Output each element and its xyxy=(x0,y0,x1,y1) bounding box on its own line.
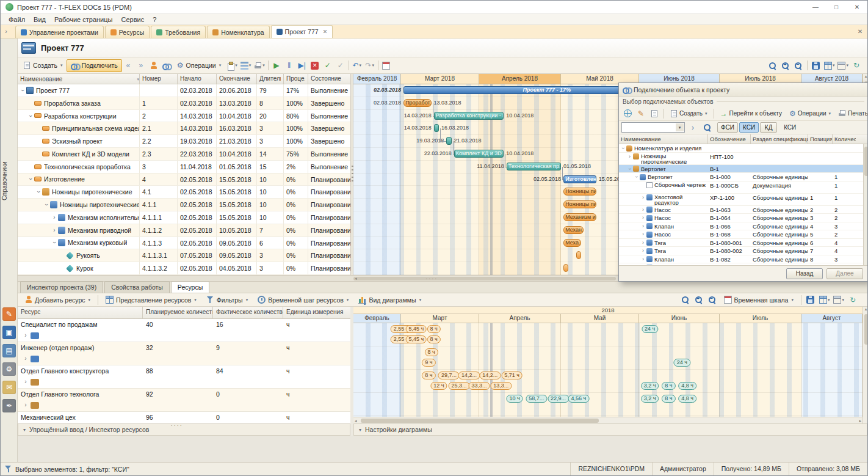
dialog-create-button[interactable]: Создать▾ xyxy=(667,108,711,119)
task-row[interactable]: ›Механизм исполнительный4.1.1.102.05.201… xyxy=(18,211,350,224)
calendar-icon[interactable] xyxy=(380,59,392,71)
edit-object-button[interactable]: ✎ xyxy=(635,108,647,120)
operations-button[interactable]: ⚙ Операции ▾ xyxy=(173,59,225,72)
workspace-tab-0[interactable]: Управление проектами xyxy=(15,26,104,38)
res-column-rplan[interactable]: Планируемое количество xyxy=(143,307,213,318)
gantt-bar[interactable]: Проработ... xyxy=(403,99,431,107)
column-header-pct[interactable]: Проце... xyxy=(284,74,308,84)
bottom-tab-2[interactable]: Ресурсы xyxy=(171,281,209,293)
task-row[interactable]: ›Ножницы пиротехнические4.1.102.05.20181… xyxy=(18,199,350,211)
scroll-left-icon[interactable]: ◂ xyxy=(355,276,357,281)
dialog-print-button[interactable]: Печать▾ xyxy=(835,108,868,119)
column-header-name[interactable]: Наименование▾ xyxy=(18,74,140,84)
close-button[interactable]: ✕ xyxy=(847,1,867,13)
stop-project-icon[interactable] xyxy=(309,59,321,71)
settings-icon[interactable]: ⚙ xyxy=(2,362,16,376)
column-header-d1[interactable]: Начало xyxy=(178,74,217,84)
expander-icon[interactable]: › xyxy=(640,214,646,222)
copy-structure-icon[interactable]: ▾ xyxy=(225,59,239,71)
res-month[interactable]: Апрель xyxy=(479,314,561,323)
load-badge[interactable]: 12 ч xyxy=(430,382,447,390)
expander-icon[interactable]: › xyxy=(23,376,29,388)
connect-button[interactable]: Подключить xyxy=(67,59,121,72)
vscroll-thumb[interactable] xyxy=(864,147,868,176)
load-badge[interactable]: 4,8 ч xyxy=(678,382,696,390)
load-badge[interactable]: 10 ч xyxy=(506,395,523,403)
menu-item-0[interactable]: Файл xyxy=(4,16,29,23)
load-badge[interactable]: 33,3... xyxy=(468,382,490,390)
dialog-vscrollbar[interactable] xyxy=(863,144,868,265)
resource-row[interactable]: Механический цех960ч› xyxy=(18,412,350,423)
dialog-row[interactable]: ›ВертолетВ-1-000Сборочные единицы1 xyxy=(619,173,868,181)
task-row[interactable]: ›Механизм курковый4.1.1.302.05.201809.05… xyxy=(18,237,350,250)
expander-icon[interactable]: › xyxy=(632,174,640,180)
gantt-bar[interactable]: Разработка конструкции - 80% xyxy=(434,112,504,120)
expander-icon[interactable]: › xyxy=(640,247,646,255)
resource-row[interactable]: Отдел Главного технолога920ч› xyxy=(18,389,350,412)
res-month[interactable]: Февраль xyxy=(353,314,401,323)
load-badge[interactable]: 8 ч xyxy=(424,348,438,356)
zoom-in-icon[interactable]: + xyxy=(779,59,792,71)
gantt-bar[interactable]: Технологическая пр... xyxy=(507,163,561,170)
task-row[interactable]: ›Проект 77702.03.201820.06.20187917%Выпо… xyxy=(18,84,350,97)
menu-item-3[interactable]: Сервис xyxy=(117,16,148,23)
dialog-row[interactable]: ›НасосВ-1-068Сборочные единицы52 xyxy=(619,230,868,239)
expander-icon[interactable]: › xyxy=(627,153,632,161)
expander-icon[interactable]: › xyxy=(640,239,646,247)
apply-search-button[interactable]: › xyxy=(687,122,699,134)
create-button[interactable]: Создать ▾ xyxy=(19,59,67,72)
sign-icon[interactable]: ✒ xyxy=(2,399,16,412)
simplified-input-panel[interactable]: ▾ Упрощённый ввод / Инспектор ресурсов ·… xyxy=(18,423,350,436)
pause-project-icon[interactable]: ‖ xyxy=(283,59,295,71)
res-month[interactable]: Май xyxy=(561,314,639,323)
task-row[interactable]: Комплект КД и 3D модели2.322.03.201810.0… xyxy=(18,148,350,161)
sidebar-title[interactable]: Справочники xyxy=(1,141,18,221)
dialog-row[interactable]: ›ВертолетВ-1 xyxy=(619,165,868,174)
expander-icon[interactable]: › xyxy=(23,353,29,365)
res-refresh-icon[interactable]: ↻ xyxy=(847,294,859,306)
task-row[interactable]: Рукоять4.1.1.3.107.05.201809.05.201830%П… xyxy=(18,249,350,262)
task-row[interactable]: Технологическая проработка311.04.201801.… xyxy=(18,161,350,174)
reports-icon[interactable]: ▾ xyxy=(239,59,253,71)
view-object-button[interactable] xyxy=(621,108,634,120)
resource-row[interactable]: Инженер (отдел продаж)329ч› xyxy=(18,342,350,365)
task-row[interactable]: ›Разработка конструкции214.03.201810.04.… xyxy=(18,110,350,123)
workspace-tab-3[interactable]: Номенклатура xyxy=(207,26,269,38)
dialog-row[interactable]: ›ТягаВ-1-080-001Сборочные единицы64 xyxy=(619,239,868,247)
task-row[interactable]: ›Ножницы пиротехнические4.102.05.201815.… xyxy=(18,186,350,199)
collapse-all-icon[interactable]: « xyxy=(122,59,134,71)
gantt-bar[interactable]: Механ... xyxy=(563,226,584,234)
scroll-right-icon[interactable]: ▸ xyxy=(859,419,861,423)
load-badge[interactable]: 58,7... xyxy=(526,395,547,403)
undo-icon[interactable]: ↶▾ xyxy=(351,59,363,71)
column-header-num[interactable]: Номер xyxy=(140,74,178,84)
add-participant-icon[interactable] xyxy=(148,59,160,71)
res-month[interactable]: Август xyxy=(801,314,863,323)
column-header-st[interactable]: Состояние xyxy=(308,74,350,84)
load-badge[interactable]: 4,56 ч xyxy=(568,395,590,403)
complete-all-icon[interactable]: ✓ xyxy=(335,59,347,71)
filter-button-0[interactable]: ФСИ xyxy=(717,122,738,133)
load-badge[interactable]: 24 ч xyxy=(642,325,658,333)
dialog-column-dqty[interactable]: Количес... xyxy=(833,134,856,144)
task-row[interactable]: ›Механизм приводной4.1.1.202.05.201810.0… xyxy=(18,224,350,237)
task-row[interactable]: Принципиальная схема изделия2.114.03.201… xyxy=(18,122,350,135)
expander-icon[interactable]: › xyxy=(40,202,52,208)
vscroll-thumb[interactable] xyxy=(864,314,868,345)
load-badge[interactable]: 29,7... xyxy=(438,372,460,379)
expander-icon[interactable]: › xyxy=(24,113,37,119)
minimize-button[interactable]: — xyxy=(805,1,826,13)
load-badge[interactable]: 8 ч xyxy=(662,382,675,390)
resource-view-button[interactable]: Представление ресурсов▾ xyxy=(101,293,201,306)
gantt-bar[interactable] xyxy=(434,124,439,132)
workspace-tab-4[interactable]: Проект 777✕ xyxy=(271,25,333,38)
gantt-hscroll-thumb[interactable] xyxy=(353,277,616,280)
expand-all-icon[interactable]: » xyxy=(135,59,147,71)
task-row[interactable]: Курок4.1.1.3.202.05.201804.05.201830%Пла… xyxy=(18,262,350,275)
search-button[interactable] xyxy=(701,122,713,134)
load-badge[interactable]: 5,45 ч xyxy=(405,325,427,333)
res-month[interactable]: Июнь xyxy=(639,314,720,323)
hscroll-thumb[interactable] xyxy=(361,419,599,423)
resource-vscrollbar[interactable]: ▴ xyxy=(863,307,868,423)
mail-icon[interactable]: ✉ xyxy=(2,381,16,394)
